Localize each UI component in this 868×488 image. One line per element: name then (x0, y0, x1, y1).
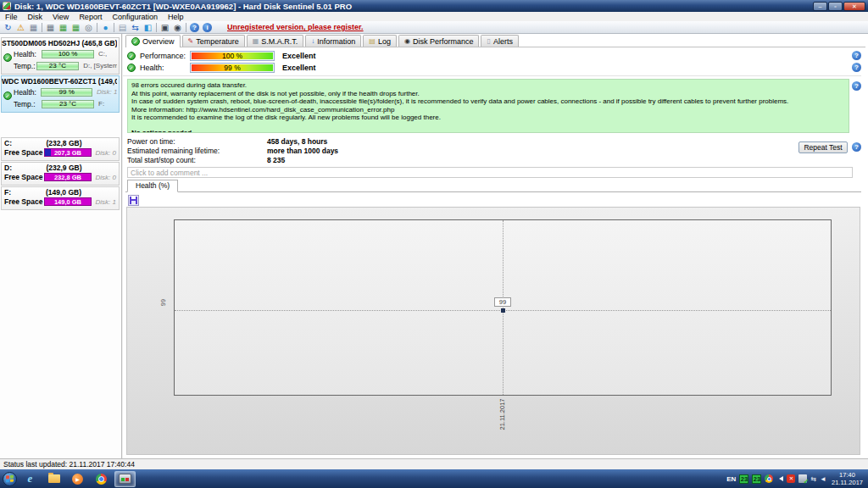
tray-temperature-badge-1[interactable]: 23 (739, 474, 748, 484)
tab-label: Information (317, 37, 355, 46)
taskbar-item-chrome[interactable] (91, 471, 112, 487)
tab-smart[interactable]: ▦ S.M.A.R.T. (247, 35, 304, 47)
menu-report[interactable]: Report (74, 13, 107, 21)
tray-temperature-badge-2[interactable]: 23 (752, 474, 761, 484)
report-icon[interactable]: ▤ (116, 22, 129, 33)
temp-bar: 23 °C (42, 100, 94, 108)
tab-log[interactable]: ▤ Log (363, 35, 397, 47)
taskbar-item-media-player[interactable]: ▶ (67, 471, 88, 487)
maximize-button[interactable]: ▫ (828, 2, 843, 11)
monitor-icon[interactable]: ▣ (159, 22, 171, 33)
tray-sync-icon[interactable]: ⇆ (810, 475, 816, 483)
menu-configuration[interactable]: Configuration (107, 13, 163, 21)
disk-remove-icon[interactable]: ▦ (44, 22, 57, 33)
unregistered-link[interactable]: Unregistered version, please register. (227, 23, 364, 31)
partition-item-c[interactable]: C: (232,8 GB) Free Space 207,3 GB Disk: … (1, 137, 120, 161)
disk-search-icon[interactable]: ◎ (82, 22, 95, 33)
health-meter: 99 % (190, 63, 275, 73)
tab-label: Disk Performance (413, 37, 474, 46)
partition-item-d[interactable]: D: (232,9 GB) Free Space 232,8 GB Disk: … (1, 162, 120, 186)
health-help-icon[interactable]: ? (852, 63, 861, 72)
info-icon[interactable]: i (203, 23, 212, 32)
menu-view[interactable]: View (47, 13, 74, 21)
network-status-icon[interactable]: ✓ (798, 474, 807, 483)
repeat-test-help-icon[interactable]: ? (852, 142, 861, 152)
start-button[interactable] (3, 472, 17, 486)
smart-tab-icon: ▦ (253, 38, 259, 45)
chrome-icon (96, 474, 107, 485)
disk-stats: Power on time: 458 days, 8 hours Estimat… (127, 137, 338, 165)
menu-disk[interactable]: Disk (23, 13, 48, 21)
health-bar: 99 % (41, 88, 92, 97)
warning-icon[interactable]: ⚠ (14, 22, 27, 33)
disk-accept-icon[interactable]: ▦ (57, 22, 70, 33)
tab-temperature[interactable]: ✎ Temperature (182, 35, 245, 47)
tray-arrow-icon[interactable]: ◄ (820, 475, 826, 483)
close-button[interactable]: ✕ (843, 2, 865, 11)
app-icon (3, 2, 11, 10)
disk-item-1-selected[interactable]: ✓ WDC WD1600BEVT-60ZCT1 (149,0 GB) Healt… (1, 75, 120, 113)
disk-temp-row: Temp.: 23 °C D:, [System R (2, 60, 117, 71)
record-icon[interactable]: ◉ (171, 22, 184, 33)
disk-test-icon[interactable]: ▦ (70, 22, 82, 33)
window-title: Disk: 1, WDC WD1600BEVT-60ZCT1 [WD-WXE0A… (14, 2, 812, 11)
advisory-help-icon[interactable]: ? (852, 81, 861, 91)
temp-label: Temp.: (14, 62, 36, 70)
partition-disk-number: Disk: 1 (96, 198, 116, 206)
speaker-icon[interactable] (776, 476, 783, 481)
used-space-segment (45, 149, 51, 156)
health-chart-panel: 99 99 21.11.2017 (126, 207, 860, 455)
main-panel: ✓ Overview ✎ Temperature ▦ S.M.A.R.T. ↓ … (123, 34, 868, 458)
free-space-label: Free Space (4, 173, 44, 181)
partition-size: (232,8 GB) (12, 139, 116, 147)
tab-label: Log (378, 37, 391, 46)
minimize-button[interactable]: – (813, 2, 827, 11)
power-on-time-label: Power on time: (127, 137, 267, 147)
world-icon[interactable]: ● (99, 22, 112, 33)
chart-data-point (501, 308, 505, 313)
status-text: Status last updated: 21.11.2017 17:40:44 (3, 460, 135, 469)
partition-item-f[interactable]: F: (149,0 GB) Free Space 149,0 GB Disk: … (1, 186, 120, 210)
disk-tray-icon[interactable]: ▦ (27, 22, 40, 33)
free-space-label: Free Space (4, 197, 44, 206)
taskbar-item-internet-explorer[interactable]: e (19, 471, 41, 487)
title-bar: Disk: 1, WDC WD1600BEVT-60ZCT1 [WD-WXE0A… (0, 0, 868, 12)
alerts-tab-icon: ▯ (487, 38, 490, 45)
language-indicator[interactable]: EN (726, 475, 736, 483)
network-icon[interactable]: ◧ (142, 22, 154, 33)
free-space-label: Free Space (4, 148, 44, 157)
health-label: Health: (14, 50, 42, 58)
repeat-test-button[interactable]: Repeat Test (798, 141, 848, 153)
sync-icon[interactable]: ⇆ (129, 22, 142, 33)
tab-alerts[interactable]: ▯ Alerts (481, 35, 518, 47)
tray-alert-icon[interactable]: ✕ (787, 474, 795, 483)
partition-disk-number: Disk: 0 (96, 174, 116, 181)
hard-disk-sentinel-window: Disk: 1, WDC WD1600BEVT-60ZCT1 [WD-WXE0A… (0, 0, 868, 488)
partition-letters: D:, [System R (83, 62, 117, 69)
tab-disk-performance[interactable]: ◉ Disk Performance (398, 35, 480, 47)
menu-file[interactable]: File (0, 13, 23, 21)
disk-item-0[interactable]: ✓ ST500DM005 HD502HJ (465,8 GB) Disk: 0 … (1, 37, 120, 75)
health-row: ✓ Health: 99 % Excellent (127, 62, 316, 73)
save-chart-button[interactable] (128, 195, 139, 206)
tab-information[interactable]: ↓ Information (305, 35, 361, 47)
menu-help[interactable]: Help (163, 13, 189, 21)
taskbar-item-hard-disk-sentinel[interactable] (114, 471, 136, 487)
help-icon[interactable]: ? (190, 23, 199, 32)
performance-help-icon[interactable]: ? (852, 51, 861, 60)
taskbar: e ▶ EN 23 23 ✕ ✓ ⇆ ◄ 17:40 21.11.2017 (0, 469, 868, 488)
free-space-value: 232,8 GB (54, 174, 81, 181)
toolbar-separator (186, 23, 186, 32)
tab-overview[interactable]: ✓ Overview (125, 35, 181, 47)
comment-input[interactable] (127, 167, 853, 178)
tray-chrome-icon[interactable] (765, 474, 773, 483)
chart-x-axis-label: 21.11.2017 (498, 399, 506, 430)
chart-plot-area[interactable]: 99 (174, 219, 832, 396)
taskbar-item-explorer[interactable] (43, 471, 64, 487)
partition-letters: F: (98, 100, 104, 108)
chart-tab-health[interactable]: Health (%) (127, 180, 178, 192)
refresh-icon[interactable]: ↻ (2, 22, 14, 33)
menu-bar: File Disk View Report Configuration Help (0, 12, 868, 21)
taskbar-clock[interactable]: 17:40 21.11.2017 (832, 471, 863, 486)
advisory-line: 98 errors occured during data transfer. (131, 81, 845, 90)
